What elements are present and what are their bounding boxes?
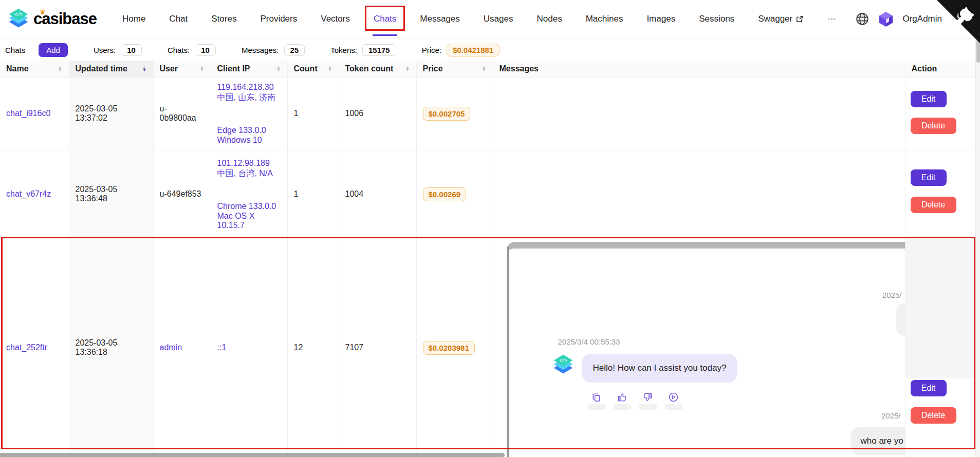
- nav-item-messages[interactable]: Messages: [420, 14, 459, 24]
- copy-button[interactable]: [590, 392, 603, 410]
- column-header-price[interactable]: Price▲▼: [416, 61, 493, 77]
- chat-name-link[interactable]: chat_v67r4z: [6, 189, 51, 198]
- action-cell-shade: [905, 239, 976, 378]
- action-cell: Edit Delete: [905, 150, 975, 238]
- dislike-button[interactable]: [641, 392, 655, 410]
- sort-icons[interactable]: ▲▼: [58, 66, 63, 71]
- messages-cell-chat-preview: 2025/ 2025/3/4 00:55:33 </> Hello! How c…: [493, 238, 905, 457]
- delete-button[interactable]: Delete: [911, 118, 956, 134]
- horizontal-scrollbar-thumb[interactable]: [0, 453, 505, 457]
- action-pill: [664, 404, 683, 410]
- token-count-cell: 7107: [339, 238, 416, 457]
- nav-item-sessions[interactable]: Sessions: [699, 14, 734, 24]
- count-cell: 1: [287, 150, 339, 238]
- user-link[interactable]: admin: [160, 343, 182, 352]
- stat-price: Price: $0.0421881: [422, 44, 500, 56]
- nav-item-images[interactable]: Images: [646, 14, 675, 24]
- browser-link[interactable]: Edge 133.0.0: [217, 126, 281, 135]
- column-header-token-count[interactable]: Token count▲▼: [339, 61, 416, 77]
- os-link[interactable]: Mac OS X 10.15.7: [217, 212, 281, 230]
- vertical-scrollbar[interactable]: [975, 0, 980, 457]
- nav-item-stores[interactable]: Stores: [211, 14, 236, 24]
- user-message-bubble: who are yo: [850, 427, 905, 455]
- casibase-logo-icon: </>: [7, 8, 30, 30]
- token-count-cell: 1006: [339, 77, 416, 150]
- nav-item-usages[interactable]: Usages: [484, 14, 513, 24]
- action-pill: [613, 404, 632, 410]
- column-header-user[interactable]: User▲▼: [153, 61, 211, 77]
- edit-button[interactable]: Edit: [911, 91, 947, 107]
- sort-icons-active[interactable]: ▲▼: [142, 66, 147, 71]
- org-avatar[interactable]: [878, 11, 894, 27]
- sort-icons[interactable]: ▲▼: [328, 66, 332, 71]
- like-button[interactable]: [616, 392, 629, 410]
- chat-name-link[interactable]: chat_i916c0: [6, 109, 50, 118]
- nav-item-chat[interactable]: Chat: [169, 14, 188, 24]
- chat-preview-frame: 2025/ 2025/3/4 00:55:33 </> Hello! How c…: [507, 242, 905, 457]
- edit-button[interactable]: Edit: [911, 169, 947, 186]
- language-globe-button[interactable]: [855, 12, 870, 26]
- play-circle-icon: [668, 392, 679, 403]
- column-header-name[interactable]: Name▲▼: [0, 61, 69, 77]
- thumbs-down-icon: [642, 392, 653, 403]
- action-pill: [639, 404, 657, 410]
- delete-button[interactable]: Delete: [911, 407, 956, 424]
- stat-chats-label: Chats:: [168, 46, 190, 54]
- nav-item-chats[interactable]: Chats: [374, 14, 396, 24]
- chat-name-link[interactable]: chat_252ftr: [6, 343, 47, 352]
- read-aloud-button[interactable]: [667, 392, 680, 410]
- count-cell: 1: [287, 77, 339, 150]
- sort-icons[interactable]: ▲▼: [482, 66, 487, 71]
- os-link[interactable]: Windows 10: [217, 136, 281, 145]
- table-row: chat_i916c0 2025-03-05 13:37:02 u- 0b980…: [0, 77, 975, 150]
- ai-message-timestamp: 2025/3/4 00:55:33: [558, 337, 620, 346]
- updated-time-cell: 2025-03-05 13:37:02: [69, 77, 153, 150]
- ip-link[interactable]: ::1: [217, 343, 281, 352]
- column-header-updated-time[interactable]: Updated time▲▼: [69, 61, 153, 77]
- delete-button[interactable]: Delete: [911, 197, 956, 213]
- nav-item-machines[interactable]: Machines: [586, 14, 623, 24]
- spacer: [217, 104, 281, 125]
- count-cell: 12: [287, 238, 339, 457]
- chats-table: Name▲▼ Updated time▲▼ User▲▼ Client IP▲▼…: [0, 61, 975, 457]
- ip-location-link[interactable]: 中国, 山东, 济南: [217, 92, 281, 103]
- nav-item-swagger[interactable]: Swagger: [758, 14, 804, 24]
- ip-link[interactable]: 119.164.218.30: [217, 83, 281, 92]
- column-header-count[interactable]: Count▲▼: [287, 61, 339, 77]
- column-header-messages: Messages: [493, 61, 905, 77]
- user-bubble-cropped: [896, 303, 905, 336]
- price-badge: $0.00269: [423, 187, 467, 201]
- stat-tokens-value: 15175: [362, 44, 396, 56]
- swagger-label: Swagger: [758, 14, 792, 24]
- message-actions: [590, 392, 680, 410]
- nav-item-more[interactable]: ···: [827, 14, 836, 24]
- brand-logo[interactable]: </> casibase ♛: [7, 8, 97, 30]
- nav-item-home[interactable]: Home: [122, 14, 145, 24]
- globe-icon: [855, 12, 870, 26]
- copy-icon: [591, 392, 602, 403]
- action-pill: [587, 404, 606, 410]
- add-button[interactable]: Add: [39, 43, 68, 57]
- page-title: Chats: [5, 46, 25, 54]
- ai-message-row: </> Hello! How can I assist you today?: [552, 354, 738, 383]
- nav-item-providers[interactable]: Providers: [260, 14, 297, 24]
- price-badge: $0.002705: [423, 107, 471, 121]
- stat-messages-label: Messages:: [242, 46, 279, 54]
- username-label[interactable]: OrgAdmin: [902, 14, 942, 24]
- sort-icons[interactable]: ▲▼: [405, 66, 410, 71]
- sort-icons[interactable]: ▲▼: [200, 66, 205, 71]
- navbar: </> casibase ♛ Home Chat Stores Provider…: [0, 0, 980, 39]
- browser-link[interactable]: Chrome 133.0.0: [217, 202, 281, 211]
- edit-button[interactable]: Edit: [911, 380, 947, 396]
- ip-link[interactable]: 101.12.98.189: [217, 159, 281, 168]
- ip-location-link[interactable]: 中国, 台湾, N/A: [217, 168, 281, 179]
- nav-item-vectors[interactable]: Vectors: [321, 14, 350, 24]
- caret-down-icon: ▼: [405, 69, 410, 71]
- nav-item-nodes[interactable]: Nodes: [537, 14, 562, 24]
- sort-icons[interactable]: ▲▼: [276, 66, 281, 71]
- caret-down-icon: ▼: [328, 69, 332, 71]
- github-corner-icon[interactable]: [937, 0, 980, 43]
- client-ip-cell: 101.12.98.189 中国, 台湾, N/A Chrome 133.0.0…: [211, 150, 287, 238]
- caret-down-icon-active: ▼: [142, 69, 147, 71]
- column-header-client-ip[interactable]: Client IP▲▼: [211, 61, 287, 77]
